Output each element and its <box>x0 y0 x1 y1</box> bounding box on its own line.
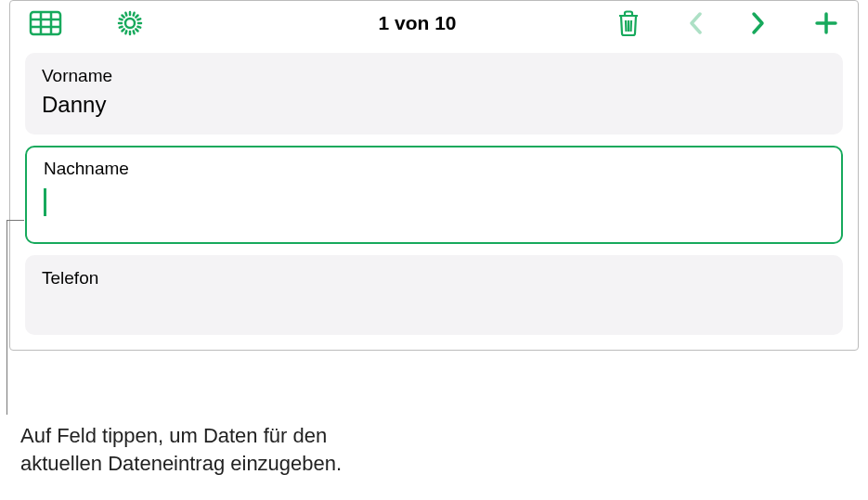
field-value <box>44 185 824 222</box>
toolbar: 1 von 10 <box>10 1 858 45</box>
svg-line-8 <box>631 20 632 32</box>
toolbar-left <box>29 9 144 37</box>
previous-record-icon <box>687 10 704 36</box>
field-label: Nachname <box>44 159 824 179</box>
callout-text: Auf Feld tippen, um Daten für den aktuel… <box>20 422 342 477</box>
fields-container: Vorname Danny Nachname Telefon <box>10 45 858 350</box>
field-telefon[interactable]: Telefon <box>25 255 843 335</box>
field-nachname[interactable]: Nachname <box>25 146 843 244</box>
field-label: Vorname <box>42 66 826 86</box>
field-vorname[interactable]: Vorname Danny <box>25 53 843 135</box>
callout-connector-line <box>6 220 7 415</box>
svg-rect-0 <box>31 12 60 34</box>
svg-line-6 <box>626 20 627 32</box>
table-view-icon[interactable] <box>29 10 62 36</box>
callout-line-2: aktuellen Dateneintrag einzugeben. <box>20 452 342 475</box>
field-label: Telefon <box>42 268 826 288</box>
text-cursor <box>44 188 46 216</box>
svg-point-5 <box>125 19 135 28</box>
form-window: 1 von 10 <box>9 0 859 351</box>
next-record-icon[interactable] <box>750 10 767 36</box>
add-record-icon[interactable] <box>813 10 839 36</box>
callout-connector-tick <box>6 220 24 221</box>
field-value: Danny <box>42 92 826 118</box>
record-counter: 1 von 10 <box>151 12 609 34</box>
gear-icon[interactable] <box>116 9 144 37</box>
toolbar-right <box>616 9 839 37</box>
callout-line-1: Auf Feld tippen, um Daten für den <box>20 424 327 447</box>
trash-icon[interactable] <box>616 9 641 37</box>
